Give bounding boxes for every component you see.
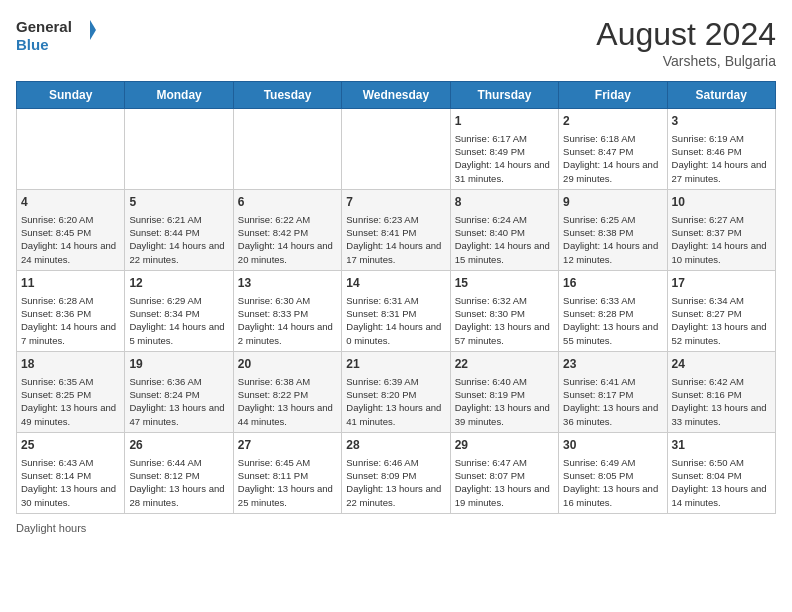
day-detail: Sunset: 8:33 PM xyxy=(238,307,337,320)
day-detail: Daylight: 13 hours and 57 minutes. xyxy=(455,320,554,347)
calendar-cell: 15Sunrise: 6:32 AMSunset: 8:30 PMDayligh… xyxy=(450,270,558,351)
day-detail: Sunrise: 6:21 AM xyxy=(129,213,228,226)
day-detail: Daylight: 14 hours and 24 minutes. xyxy=(21,239,120,266)
day-number: 16 xyxy=(563,275,662,292)
day-detail: Sunset: 8:14 PM xyxy=(21,469,120,482)
day-detail: Daylight: 14 hours and 7 minutes. xyxy=(21,320,120,347)
day-detail: Sunrise: 6:45 AM xyxy=(238,456,337,469)
day-number: 30 xyxy=(563,437,662,454)
day-detail: Sunrise: 6:47 AM xyxy=(455,456,554,469)
day-number: 23 xyxy=(563,356,662,373)
day-number: 28 xyxy=(346,437,445,454)
day-number: 5 xyxy=(129,194,228,211)
calendar-cell: 16Sunrise: 6:33 AMSunset: 8:28 PMDayligh… xyxy=(559,270,667,351)
day-detail: Sunset: 8:45 PM xyxy=(21,226,120,239)
days-header-row: SundayMondayTuesdayWednesdayThursdayFrid… xyxy=(17,82,776,109)
day-detail: Daylight: 13 hours and 36 minutes. xyxy=(563,401,662,428)
day-number: 7 xyxy=(346,194,445,211)
day-detail: Sunrise: 6:42 AM xyxy=(672,375,771,388)
day-detail: Daylight: 13 hours and 28 minutes. xyxy=(129,482,228,509)
day-detail: Sunset: 8:20 PM xyxy=(346,388,445,401)
day-detail: Sunrise: 6:40 AM xyxy=(455,375,554,388)
day-detail: Sunset: 8:07 PM xyxy=(455,469,554,482)
day-number: 13 xyxy=(238,275,337,292)
day-number: 26 xyxy=(129,437,228,454)
day-detail: Sunrise: 6:29 AM xyxy=(129,294,228,307)
day-header-monday: Monday xyxy=(125,82,233,109)
day-number: 14 xyxy=(346,275,445,292)
day-detail: Sunrise: 6:33 AM xyxy=(563,294,662,307)
day-detail: Sunrise: 6:35 AM xyxy=(21,375,120,388)
day-detail: Daylight: 13 hours and 22 minutes. xyxy=(346,482,445,509)
day-detail: Daylight: 13 hours and 39 minutes. xyxy=(455,401,554,428)
day-detail: Sunrise: 6:22 AM xyxy=(238,213,337,226)
day-header-saturday: Saturday xyxy=(667,82,775,109)
day-detail: Sunset: 8:22 PM xyxy=(238,388,337,401)
day-detail: Sunset: 8:19 PM xyxy=(455,388,554,401)
day-header-thursday: Thursday xyxy=(450,82,558,109)
calendar-cell xyxy=(125,109,233,190)
day-number: 3 xyxy=(672,113,771,130)
day-number: 2 xyxy=(563,113,662,130)
day-detail: Sunrise: 6:49 AM xyxy=(563,456,662,469)
day-number: 15 xyxy=(455,275,554,292)
day-header-tuesday: Tuesday xyxy=(233,82,341,109)
day-detail: Daylight: 13 hours and 41 minutes. xyxy=(346,401,445,428)
day-detail: Daylight: 13 hours and 30 minutes. xyxy=(21,482,120,509)
day-detail: Sunset: 8:04 PM xyxy=(672,469,771,482)
day-detail: Daylight: 14 hours and 0 minutes. xyxy=(346,320,445,347)
day-detail: Sunrise: 6:28 AM xyxy=(21,294,120,307)
day-detail: Sunset: 8:27 PM xyxy=(672,307,771,320)
calendar-cell: 24Sunrise: 6:42 AMSunset: 8:16 PMDayligh… xyxy=(667,351,775,432)
day-detail: Sunset: 8:49 PM xyxy=(455,145,554,158)
day-detail: Sunset: 8:36 PM xyxy=(21,307,120,320)
day-detail: Sunrise: 6:50 AM xyxy=(672,456,771,469)
day-number: 25 xyxy=(21,437,120,454)
day-detail: Sunrise: 6:41 AM xyxy=(563,375,662,388)
location-subtitle: Varshets, Bulgaria xyxy=(596,53,776,69)
day-detail: Daylight: 13 hours and 14 minutes. xyxy=(672,482,771,509)
day-detail: Daylight: 14 hours and 22 minutes. xyxy=(129,239,228,266)
logo: General Blue xyxy=(16,16,96,58)
calendar-table: SundayMondayTuesdayWednesdayThursdayFrid… xyxy=(16,81,776,514)
calendar-cell: 7Sunrise: 6:23 AMSunset: 8:41 PMDaylight… xyxy=(342,189,450,270)
day-detail: Sunrise: 6:46 AM xyxy=(346,456,445,469)
day-detail: Sunrise: 6:38 AM xyxy=(238,375,337,388)
day-detail: Sunrise: 6:39 AM xyxy=(346,375,445,388)
day-detail: Daylight: 14 hours and 20 minutes. xyxy=(238,239,337,266)
day-detail: Sunrise: 6:18 AM xyxy=(563,132,662,145)
calendar-cell: 9Sunrise: 6:25 AMSunset: 8:38 PMDaylight… xyxy=(559,189,667,270)
calendar-cell: 3Sunrise: 6:19 AMSunset: 8:46 PMDaylight… xyxy=(667,109,775,190)
day-header-sunday: Sunday xyxy=(17,82,125,109)
day-number: 1 xyxy=(455,113,554,130)
day-detail: Sunrise: 6:27 AM xyxy=(672,213,771,226)
day-detail: Sunset: 8:12 PM xyxy=(129,469,228,482)
day-detail: Daylight: 13 hours and 25 minutes. xyxy=(238,482,337,509)
day-detail: Daylight: 14 hours and 31 minutes. xyxy=(455,158,554,185)
week-row-3: 11Sunrise: 6:28 AMSunset: 8:36 PMDayligh… xyxy=(17,270,776,351)
calendar-cell: 21Sunrise: 6:39 AMSunset: 8:20 PMDayligh… xyxy=(342,351,450,432)
calendar-cell: 26Sunrise: 6:44 AMSunset: 8:12 PMDayligh… xyxy=(125,432,233,513)
calendar-cell: 29Sunrise: 6:47 AMSunset: 8:07 PMDayligh… xyxy=(450,432,558,513)
day-number: 29 xyxy=(455,437,554,454)
day-number: 27 xyxy=(238,437,337,454)
day-detail: Sunset: 8:34 PM xyxy=(129,307,228,320)
calendar-cell xyxy=(342,109,450,190)
day-number: 20 xyxy=(238,356,337,373)
svg-text:Blue: Blue xyxy=(16,36,49,53)
day-detail: Daylight: 14 hours and 5 minutes. xyxy=(129,320,228,347)
calendar-cell: 12Sunrise: 6:29 AMSunset: 8:34 PMDayligh… xyxy=(125,270,233,351)
day-detail: Daylight: 14 hours and 2 minutes. xyxy=(238,320,337,347)
day-detail: Daylight: 14 hours and 27 minutes. xyxy=(672,158,771,185)
day-number: 11 xyxy=(21,275,120,292)
day-detail: Sunrise: 6:25 AM xyxy=(563,213,662,226)
calendar-cell xyxy=(233,109,341,190)
day-detail: Sunset: 8:25 PM xyxy=(21,388,120,401)
day-number: 8 xyxy=(455,194,554,211)
day-detail: Sunrise: 6:31 AM xyxy=(346,294,445,307)
day-detail: Sunset: 8:44 PM xyxy=(129,226,228,239)
day-detail: Daylight: 14 hours and 17 minutes. xyxy=(346,239,445,266)
day-detail: Sunrise: 6:20 AM xyxy=(21,213,120,226)
day-detail: Daylight: 13 hours and 49 minutes. xyxy=(21,401,120,428)
day-detail: Sunset: 8:40 PM xyxy=(455,226,554,239)
